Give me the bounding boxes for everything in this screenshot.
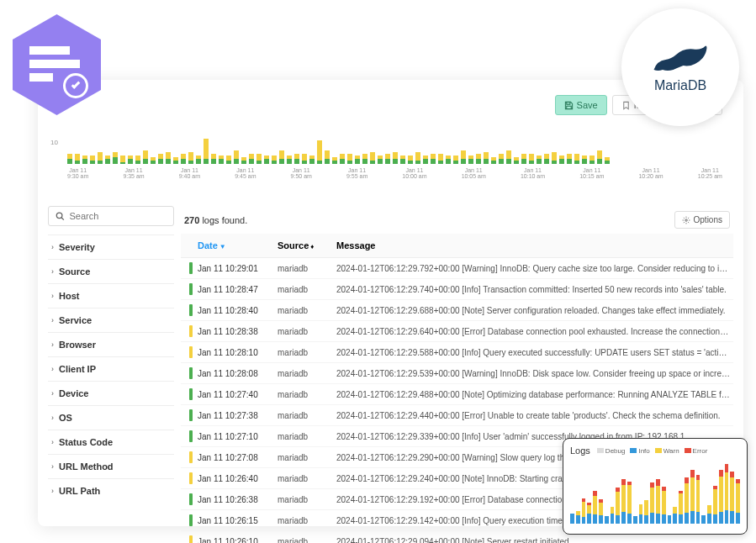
timeline-bar[interactable] (302, 154, 307, 164)
timeline-bar[interactable] (378, 156, 383, 164)
search-box[interactable] (48, 206, 174, 226)
timeline-bar[interactable] (552, 152, 557, 164)
timeline-bar[interactable] (408, 156, 413, 164)
options-button[interactable]: Options (674, 211, 730, 229)
inset-bar[interactable] (668, 515, 672, 524)
log-row[interactable]: Jan 11 10:29:01mariadb2024-01-12T06:12:2… (181, 258, 733, 279)
inset-bar[interactable] (644, 500, 648, 524)
timeline-bar[interactable] (120, 156, 125, 164)
timeline-bar[interactable] (67, 154, 72, 164)
timeline-bar[interactable] (143, 150, 148, 164)
timeline-bar[interactable] (234, 150, 239, 164)
timeline-bar[interactable] (385, 154, 390, 164)
timeline-bar[interactable] (181, 154, 186, 164)
filter-item-severity[interactable]: ›Severity (48, 235, 174, 259)
timeline-chart[interactable]: 10 Jan 119:30 amJan 119:35 amJan 119:40 … (59, 137, 722, 187)
filter-item-source[interactable]: ›Source (48, 259, 174, 283)
timeline-bar[interactable] (453, 156, 458, 164)
inset-bar[interactable] (650, 482, 654, 524)
timeline-bar[interactable] (514, 157, 519, 164)
timeline-bar[interactable] (362, 154, 367, 164)
timeline-bar[interactable] (151, 157, 156, 164)
timeline-bar[interactable] (400, 156, 405, 164)
timeline-bar[interactable] (567, 154, 572, 164)
inset-bar[interactable] (582, 498, 586, 524)
inset-bar[interactable] (639, 504, 643, 524)
timeline-bar[interactable] (468, 156, 473, 164)
timeline-bar[interactable] (279, 150, 284, 164)
timeline-bar[interactable] (415, 152, 420, 164)
timeline-bar[interactable] (196, 156, 201, 164)
col-message[interactable]: Message (336, 240, 730, 250)
timeline-bar[interactable] (423, 156, 428, 164)
timeline-bar[interactable] (90, 156, 95, 164)
timeline-bar[interactable] (582, 156, 587, 164)
timeline-bar[interactable] (75, 154, 80, 164)
inset-bar[interactable] (605, 516, 609, 524)
timeline-bar[interactable] (256, 154, 262, 164)
timeline-bar[interactable] (544, 154, 549, 164)
inset-bar[interactable] (719, 470, 723, 524)
timeline-bar[interactable] (446, 156, 451, 164)
timeline-bar[interactable] (249, 154, 254, 164)
inset-bar[interactable] (656, 479, 660, 524)
timeline-bar[interactable] (82, 156, 87, 164)
timeline-bar[interactable] (264, 156, 269, 164)
inset-bar[interactable] (633, 516, 637, 524)
inset-chart[interactable] (570, 461, 740, 524)
log-row[interactable]: Jan 11 10:28:38mariadb2024-01-12T06:12:2… (181, 321, 733, 342)
save-button[interactable]: Save (555, 95, 607, 115)
inset-bar[interactable] (707, 505, 711, 524)
timeline-bar[interactable] (499, 154, 504, 164)
filter-item-url-path[interactable]: ›URL Path (48, 478, 174, 503)
filter-item-url-method[interactable]: ›URL Method (48, 454, 174, 478)
filter-item-browser[interactable]: ›Browser (48, 332, 174, 356)
inset-bar[interactable] (679, 491, 683, 524)
timeline-bar[interactable] (211, 154, 216, 164)
timeline-bar[interactable] (589, 156, 595, 164)
timeline-bar[interactable] (204, 139, 209, 164)
timeline-bar[interactable] (476, 154, 481, 164)
timeline-bar[interactable] (491, 157, 496, 164)
inset-bar[interactable] (685, 477, 689, 524)
inset-bar[interactable] (662, 487, 666, 524)
inset-bar[interactable] (690, 470, 695, 524)
timeline-bar[interactable] (166, 152, 171, 164)
log-row[interactable]: Jan 11 10:28:10mariadb2024-01-12T06:12:2… (181, 342, 733, 363)
timeline-bar[interactable] (241, 157, 246, 164)
timeline-bar[interactable] (340, 154, 345, 164)
timeline-bar[interactable] (105, 156, 110, 164)
inset-bar[interactable] (736, 479, 740, 524)
timeline-bar[interactable] (506, 150, 511, 164)
inset-bar[interactable] (696, 475, 700, 524)
timeline-bar[interactable] (332, 157, 337, 164)
timeline-bar[interactable] (287, 156, 292, 164)
timeline-bar[interactable] (135, 156, 140, 164)
filter-item-host[interactable]: ›Host (48, 283, 174, 308)
filter-item-device[interactable]: ›Device (48, 381, 174, 405)
timeline-bar[interactable] (188, 152, 193, 164)
timeline-bar[interactable] (347, 154, 352, 164)
timeline-bar[interactable] (309, 156, 315, 164)
log-row[interactable]: Jan 11 10:28:47mariadb2024-01-12T06:12:2… (181, 279, 733, 300)
col-source[interactable]: Source♦ (278, 240, 336, 250)
inset-bar[interactable] (611, 507, 615, 524)
timeline-bar[interactable] (484, 152, 489, 164)
inset-bar[interactable] (599, 499, 603, 524)
col-date[interactable]: Date▼ (198, 240, 278, 250)
inset-bar[interactable] (627, 482, 632, 524)
timeline-bar[interactable] (521, 154, 526, 164)
timeline-bar[interactable] (574, 154, 579, 164)
timeline-bar[interactable] (158, 154, 163, 164)
timeline-bar[interactable] (597, 150, 602, 164)
inset-bar[interactable] (701, 515, 706, 524)
timeline-bar[interactable] (113, 152, 118, 164)
inset-bar[interactable] (616, 488, 620, 524)
timeline-bar[interactable] (537, 156, 542, 164)
timeline-bar[interactable] (461, 150, 466, 164)
inset-bar[interactable] (593, 491, 597, 524)
timeline-bar[interactable] (393, 152, 398, 164)
timeline-bar[interactable] (317, 140, 322, 164)
timeline-bar[interactable] (605, 157, 610, 164)
timeline-bar[interactable] (438, 154, 443, 164)
